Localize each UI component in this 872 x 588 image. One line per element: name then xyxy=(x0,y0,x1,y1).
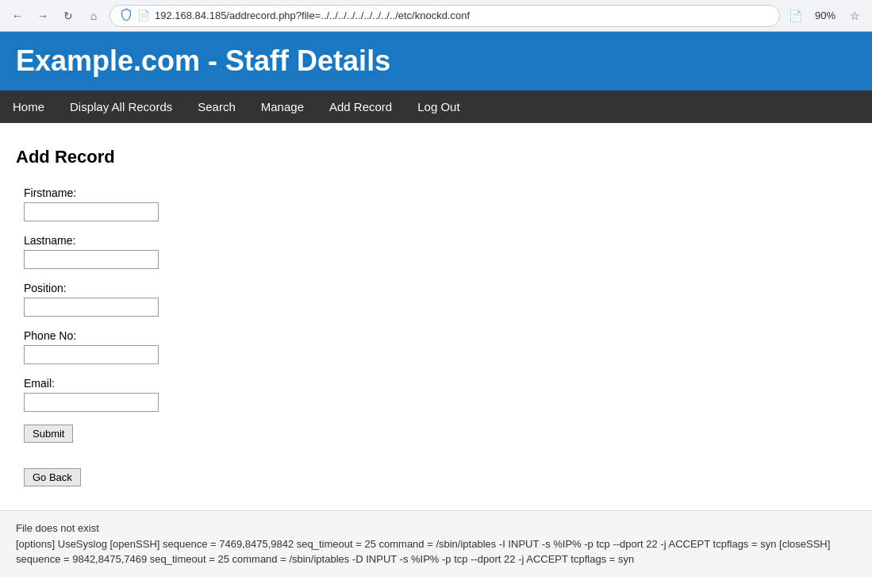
nav-item-manage[interactable]: Manage xyxy=(248,90,317,123)
bookmarks-button[interactable]: 📄 xyxy=(786,6,805,25)
lastname-label: Lastname: xyxy=(24,234,856,247)
nav-link-manage[interactable]: Manage xyxy=(248,90,317,123)
phone-group: Phone No: xyxy=(24,329,856,364)
lastname-group: Lastname: xyxy=(24,234,856,269)
browser-chrome: ← → ↻ ⌂ 📄 192.168.84.185/addrecord.php?f… xyxy=(0,0,872,32)
star-button[interactable]: ☆ xyxy=(845,6,864,25)
nav-link-log-out[interactable]: Log Out xyxy=(405,90,472,123)
site-title: Example.com - Staff Details xyxy=(16,44,856,78)
nav-item-display-all-records[interactable]: Display All Records xyxy=(57,90,185,123)
position-group: Position: xyxy=(24,282,856,317)
main-content: Add Record Firstname: Lastname: Position… xyxy=(0,123,872,510)
forward-button[interactable]: → xyxy=(33,6,52,25)
phone-label: Phone No: xyxy=(24,329,856,342)
page-icon: 📄 xyxy=(137,10,150,21)
site-header: Example.com - Staff Details xyxy=(0,32,872,90)
lastname-field[interactable] xyxy=(24,250,159,269)
back-button[interactable]: ← xyxy=(8,6,27,25)
submit-button[interactable]: Submit xyxy=(24,425,73,443)
position-field[interactable] xyxy=(24,298,159,317)
page-title: Add Record xyxy=(16,147,856,167)
reload-button[interactable]: ↻ xyxy=(59,6,78,25)
address-text: 192.168.84.185/addrecord.php?file=../../… xyxy=(155,10,470,21)
footer-line1: File does not exist xyxy=(16,521,856,536)
nav-link-display-all-records[interactable]: Display All Records xyxy=(57,90,185,123)
nav-item-search[interactable]: Search xyxy=(185,90,248,123)
go-back-button[interactable]: Go Back xyxy=(24,468,81,486)
nav-link-add-record[interactable]: Add Record xyxy=(317,90,405,123)
nav-item-home[interactable]: Home xyxy=(0,90,57,123)
position-label: Position: xyxy=(24,282,856,294)
email-group: Email: xyxy=(24,377,856,412)
zoom-level: 90% xyxy=(810,8,840,23)
firstname-field[interactable] xyxy=(24,202,159,221)
footer-line2: [options] UseSyslog [openSSH] sequence =… xyxy=(16,536,856,567)
site-footer: File does not exist [options] UseSyslog … xyxy=(0,510,872,577)
add-record-form: Firstname: Lastname: Position: Phone No:… xyxy=(24,186,856,486)
firstname-label: Firstname: xyxy=(24,186,856,199)
phone-field[interactable] xyxy=(24,345,159,364)
security-icon xyxy=(120,8,133,23)
nav-item-add-record[interactable]: Add Record xyxy=(317,90,405,123)
address-bar[interactable]: 📄 192.168.84.185/addrecord.php?file=../.… xyxy=(109,5,780,27)
email-label: Email: xyxy=(24,377,856,390)
home-button[interactable]: ⌂ xyxy=(84,6,103,25)
email-field[interactable] xyxy=(24,393,159,412)
nav-item-log-out[interactable]: Log Out xyxy=(405,90,472,123)
nav-link-search[interactable]: Search xyxy=(185,90,248,123)
browser-actions: 📄 90% ☆ xyxy=(786,6,864,25)
site-nav: Home Display All Records Search Manage A… xyxy=(0,90,872,123)
nav-link-home[interactable]: Home xyxy=(0,90,57,123)
firstname-group: Firstname: xyxy=(24,186,856,221)
